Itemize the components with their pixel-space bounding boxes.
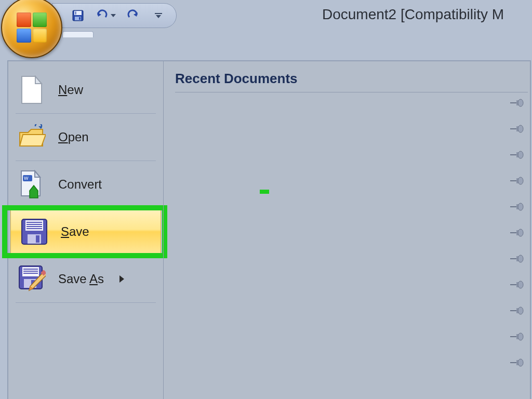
svg-point-34: [518, 177, 523, 184]
bar-icon: [155, 13, 162, 14]
svg-point-52: [518, 333, 523, 340]
svg-text:W: W: [24, 176, 29, 181]
redo-icon: [126, 9, 140, 22]
qat-save-button[interactable]: [71, 8, 85, 23]
pushpin-icon: [509, 331, 524, 342]
pushpin-icon: [509, 124, 524, 134]
pushpin-icon: [509, 150, 524, 160]
recent-documents-panel: Recent Documents: [163, 61, 530, 399]
undo-icon: [95, 9, 109, 22]
convert-icon: W: [18, 169, 46, 200]
pushpin-icon: [509, 98, 524, 108]
save-icon: [72, 9, 84, 22]
qat-redo-button[interactable]: [126, 8, 140, 23]
pin-button[interactable]: [509, 357, 524, 368]
pushpin-icon: [509, 228, 524, 238]
office-button[interactable]: [1, 0, 62, 58]
mnemonic-o: O: [58, 130, 68, 144]
quick-access-toolbar: [52, 3, 177, 28]
svg-point-31: [518, 151, 523, 158]
pin-button[interactable]: [509, 202, 524, 212]
window-title: Document2 [Compatibility M: [322, 6, 504, 23]
menu-item-new[interactable]: New: [8, 66, 163, 113]
pin-button[interactable]: [509, 254, 524, 264]
mnemonic-n: N: [58, 83, 67, 97]
office-logo-icon: [17, 12, 47, 43]
artifact-green-mark: [260, 190, 269, 194]
svg-rect-2: [75, 11, 76, 15]
svg-point-55: [518, 359, 523, 366]
pushpin-icon: [509, 176, 524, 186]
pin-button[interactable]: [509, 150, 524, 160]
pin-button[interactable]: [509, 124, 524, 134]
recent-documents-pins: [503, 97, 524, 399]
menu-label-save: Save: [61, 224, 89, 239]
divider: [175, 92, 528, 92]
svg-point-40: [518, 229, 523, 236]
qat-undo-dropdown[interactable]: [110, 10, 116, 21]
save-floppy-icon: [20, 217, 48, 247]
menu-item-save-as[interactable]: Save As: [8, 256, 163, 302]
chevron-down-icon: [111, 14, 116, 17]
qat-customize-button[interactable]: [155, 13, 162, 18]
pin-button[interactable]: [509, 305, 524, 316]
menu-item-open[interactable]: Open: [8, 114, 163, 161]
svg-point-49: [518, 307, 523, 314]
menu-label-new: New: [58, 83, 83, 97]
pin-button[interactable]: [509, 98, 524, 108]
menu-label-save-as: Save As: [58, 272, 104, 286]
svg-point-25: [518, 99, 523, 107]
menu-label-open: Open: [58, 130, 89, 144]
pin-button[interactable]: [509, 228, 524, 238]
pin-button[interactable]: [509, 280, 524, 290]
office-menu-panel: New Open W: [7, 60, 531, 399]
open-folder-icon: [18, 122, 46, 152]
chevron-down-icon: [156, 15, 161, 18]
new-document-icon: [18, 75, 46, 105]
mnemonic-a: A: [89, 272, 98, 286]
pin-button[interactable]: [509, 331, 524, 342]
pushpin-icon: [509, 357, 524, 368]
ribbon-tab-partial: [62, 31, 94, 37]
qat-undo-button[interactable]: [95, 8, 109, 23]
svg-rect-14: [36, 235, 39, 243]
submenu-arrow-icon: [119, 275, 124, 283]
pin-button[interactable]: [509, 176, 524, 186]
svg-rect-4: [79, 17, 81, 20]
pushpin-icon: [509, 305, 524, 316]
svg-point-46: [518, 281, 523, 288]
svg-point-28: [518, 125, 523, 132]
pushpin-icon: [509, 254, 524, 264]
menu-item-convert[interactable]: W Convert: [8, 161, 163, 208]
pushpin-icon: [509, 202, 524, 212]
menu-separator: [16, 302, 156, 303]
menu-label-convert: Convert: [58, 177, 102, 192]
office-menu-list: New Open W: [8, 61, 163, 399]
pushpin-icon: [509, 280, 524, 290]
recent-documents-heading: Recent Documents: [175, 71, 523, 92]
save-as-icon: [18, 264, 46, 294]
mnemonic-s: S: [61, 224, 69, 238]
svg-point-37: [518, 203, 523, 210]
svg-point-43: [518, 255, 523, 262]
menu-item-save[interactable]: Save: [10, 208, 161, 255]
